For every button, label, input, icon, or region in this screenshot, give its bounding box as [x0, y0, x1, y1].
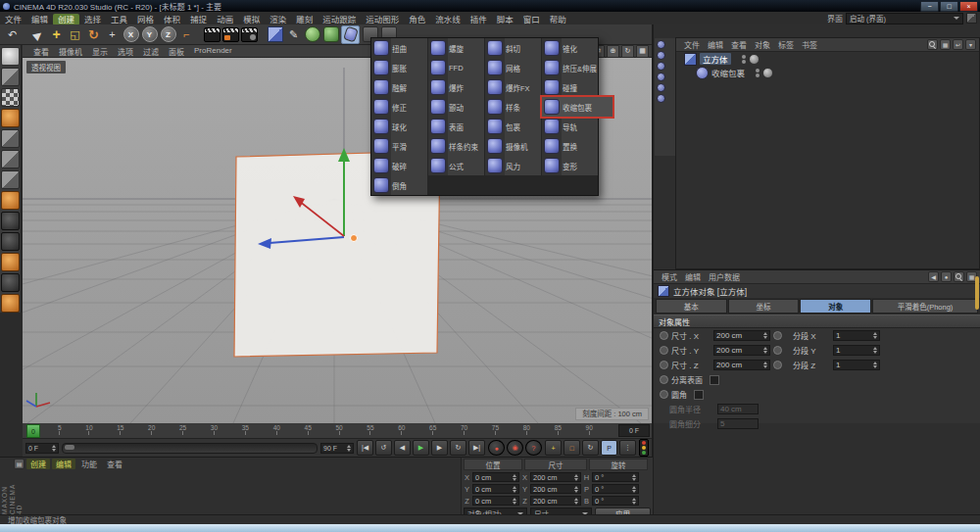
deformers-icon[interactable] [341, 25, 360, 44]
cube-primitive-icon[interactable] [267, 26, 283, 43]
rotation-input[interactable]: 0 ° [592, 496, 639, 506]
phong-tag-icon[interactable] [749, 54, 760, 65]
autokey-button[interactable]: ◉ [507, 440, 523, 456]
dock-icon-3[interactable] [657, 62, 665, 71]
preview-range-slider[interactable] [62, 443, 318, 454]
position-input[interactable]: 0 cm [472, 496, 519, 506]
menu-item[interactable]: 动画 [212, 14, 238, 25]
stepper-icon[interactable] [513, 498, 516, 505]
checkbox[interactable] [694, 390, 704, 400]
model-mode-icon[interactable] [1, 68, 20, 86]
attribute-menu-item[interactable]: 编辑 [681, 271, 705, 282]
range-end-field[interactable]: 90 F [320, 443, 354, 454]
minimize-button[interactable]: − [920, 1, 939, 12]
attribute-tab[interactable]: 平滑着色(Phong) [872, 299, 978, 314]
size-input[interactable]: 200 cm [530, 472, 581, 482]
menu-item[interactable]: 渲染 [265, 14, 291, 25]
path-icon[interactable]: ↩ [953, 39, 963, 50]
keyframe-circle-icon[interactable] [773, 331, 782, 340]
object-tree-row[interactable]: 收缩包裹 [676, 66, 979, 79]
menu-item[interactable]: 窗口 [518, 14, 545, 25]
menu-item[interactable]: 创建 [53, 14, 79, 25]
solo-traffic-icon[interactable] [639, 439, 649, 457]
record-active-objects-button[interactable]: ● [488, 440, 505, 456]
size-input[interactable]: 200 cm [713, 345, 770, 356]
viewport-menu-item[interactable]: 摄像机 [54, 46, 87, 57]
size-input[interactable]: 200 cm [713, 330, 770, 341]
keyframe-circle-icon[interactable] [660, 346, 668, 355]
viewport-menu-item[interactable]: 过滤 [138, 46, 164, 57]
phong-tag-icon[interactable] [762, 68, 773, 78]
material-menu-item[interactable]: 创建 [26, 459, 50, 469]
menu-item[interactable]: 流水线 [430, 14, 466, 25]
scale-tool-icon[interactable]: ◱ [67, 26, 83, 43]
axis-lock-button[interactable]: Y [141, 26, 158, 43]
lock-icon[interactable]: ● [941, 271, 952, 282]
magnet-icon[interactable] [1, 253, 20, 271]
rotation-input[interactable]: 0 ° [592, 484, 639, 494]
attribute-tab[interactable]: 坐标 [728, 299, 800, 314]
polygons-mode-icon[interactable] [1, 170, 20, 189]
undo-icon[interactable]: ↶ [4, 26, 21, 43]
viewport-menu-item[interactable]: 查看 [28, 46, 54, 57]
dock-icon-5[interactable] [657, 83, 665, 92]
keyframe-circle-icon[interactable] [660, 361, 668, 369]
layout-icon[interactable] [966, 13, 977, 24]
axis-lock-icon[interactable] [1, 294, 20, 313]
make-editable-icon[interactable] [1, 47, 20, 66]
material-menu-item[interactable]: 功能 [77, 459, 101, 469]
timeline-ruler[interactable]: 0 51015202530354045505560657075808590 0 … [23, 423, 652, 439]
zoom-view-icon[interactable]: ⊕ [607, 45, 619, 58]
subdivision-surface-icon[interactable] [304, 26, 320, 43]
keyframe-circle-icon[interactable] [773, 346, 782, 355]
workplane-mode-icon[interactable] [1, 109, 20, 127]
points-mode-icon[interactable] [1, 129, 20, 148]
generators-icon[interactable] [322, 26, 339, 43]
scrollbar-handle[interactable] [975, 276, 979, 310]
stepper-icon[interactable] [513, 486, 516, 493]
filter-icon[interactable]: ▦ [940, 39, 951, 50]
enable-snap-icon[interactable] [1, 232, 20, 251]
material-menu-item[interactable]: 编辑 [52, 459, 75, 469]
keyframe-circle-icon[interactable] [660, 375, 668, 384]
menu-item[interactable]: 角色 [404, 14, 430, 25]
object-tree-row[interactable]: 立方体 [676, 52, 979, 66]
menu-item[interactable]: 体积 [159, 14, 185, 25]
coordinate-system-icon[interactable]: ⌐ [178, 26, 195, 43]
stepper-icon[interactable] [873, 362, 877, 368]
stepper-icon[interactable] [513, 474, 516, 481]
size-input[interactable]: 200 cm [530, 496, 581, 506]
stepper-icon[interactable] [632, 474, 636, 481]
attribute-menu-item[interactable]: 用户数据 [705, 271, 744, 282]
menu-item[interactable]: 模拟 [238, 14, 265, 25]
viewport-menu-item[interactable]: ProRender [189, 46, 237, 57]
attribute-tab[interactable]: 对象 [800, 299, 871, 314]
key-position-button[interactable]: + [545, 440, 562, 456]
menu-item[interactable]: 网格 [132, 14, 159, 25]
panel-menu-icon[interactable]: ▾ [965, 39, 976, 50]
stepper-icon[interactable] [873, 347, 877, 354]
range-start-field[interactable]: 0 F [25, 443, 59, 454]
edges-mode-icon[interactable] [1, 150, 20, 169]
viewport-menu-item[interactable]: 显示 [87, 46, 113, 57]
stepper-icon[interactable] [763, 362, 767, 368]
dock-icon-6[interactable] [657, 94, 665, 103]
viewport-menu-item[interactable]: 面板 [164, 46, 189, 57]
stepper-icon[interactable] [763, 347, 767, 354]
key-parameter-button[interactable]: P [601, 440, 617, 456]
range-handle[interactable] [65, 445, 74, 450]
rotation-input[interactable]: 0 ° [592, 472, 639, 482]
checkbox[interactable] [710, 375, 719, 385]
rotate-view-icon[interactable]: ↻ [621, 45, 634, 58]
keyframe-circle-icon[interactable] [660, 390, 668, 399]
object-manager-menu-item[interactable]: 查看 [727, 39, 751, 50]
object-manager-menu-item[interactable]: 书签 [798, 39, 821, 50]
pen-spline-icon[interactable]: ✎ [285, 26, 302, 43]
menu-item[interactable]: 帮助 [545, 14, 571, 25]
segments-input[interactable]: 1 [833, 330, 880, 341]
live-selection-icon[interactable]: ▶ [26, 23, 50, 46]
play-backwards-button[interactable]: ↺ [375, 440, 392, 456]
position-input[interactable]: 0 cm [472, 472, 519, 482]
attr-search-icon[interactable] [954, 271, 964, 282]
position-input[interactable]: 0 cm [472, 484, 519, 494]
